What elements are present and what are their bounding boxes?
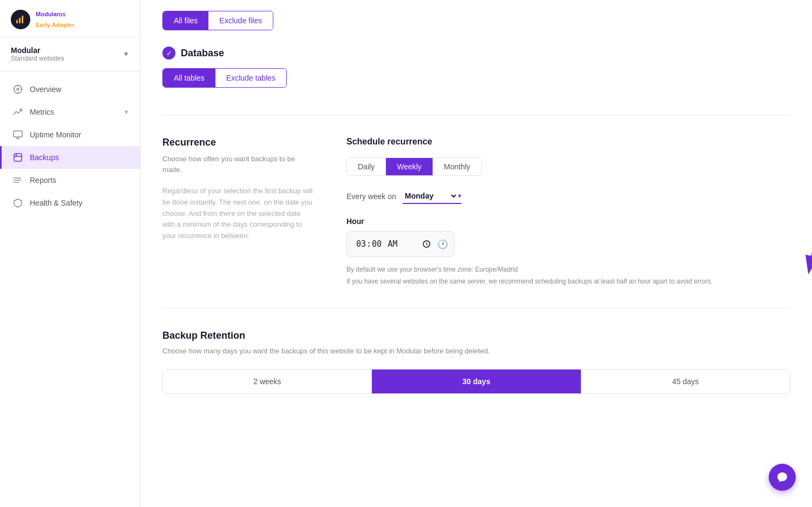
- tab-monthly[interactable]: Monthly: [433, 158, 481, 175]
- workspace-selector[interactable]: Modular Standard websites ▼: [0, 37, 140, 71]
- recurrence-section: Recurrence Choose how often you want bac…: [141, 115, 812, 308]
- svg-point-20: [14, 182, 15, 183]
- nav-menu: Overview Metrics ▼ Uptime Monitor: [0, 71, 140, 507]
- svg-point-4: [17, 88, 19, 90]
- backups-icon: [12, 152, 23, 163]
- recurrence-note: Regardless of your selection the first b…: [162, 186, 314, 242]
- svg-rect-2: [22, 16, 23, 23]
- retention-title: Backup Retention: [162, 330, 790, 341]
- sidebar-item-overview[interactable]: Overview: [0, 78, 140, 101]
- day-label: Every week on: [346, 192, 396, 201]
- retention-section: Backup Retention Choose how many days yo…: [141, 308, 812, 416]
- recurrence-left: Recurrence Choose how often you want bac…: [162, 137, 314, 286]
- sidebar: ModularDS Early Adopter Modular Standard…: [0, 0, 141, 507]
- svg-rect-0: [16, 20, 18, 23]
- recurrence-tab-group: Daily Weekly Monthly: [346, 157, 482, 176]
- svg-rect-12: [14, 154, 22, 161]
- sidebar-item-label-uptime: Uptime Monitor: [30, 130, 81, 139]
- logo-icon: [11, 10, 30, 29]
- tab-daily[interactable]: Daily: [347, 158, 386, 175]
- time-input-wrapper: 🕐: [346, 231, 455, 257]
- exclude-tables-button[interactable]: Exclude tables: [215, 69, 286, 87]
- retention-description: Choose how many days you want the backup…: [162, 346, 790, 357]
- sidebar-item-label-metrics: Metrics: [30, 108, 54, 116]
- exclude-files-button[interactable]: Exclude files: [208, 11, 273, 30]
- logo-sub: Early Adopter: [36, 22, 75, 28]
- day-select-wrapper[interactable]: Monday Tuesday Wednesday Thursday Friday…: [403, 189, 461, 204]
- all-tables-button[interactable]: All tables: [163, 69, 215, 87]
- shield-icon: [12, 197, 23, 208]
- timezone-note: By default we use your browser's time zo…: [346, 266, 790, 273]
- list-icon: [12, 175, 23, 186]
- svg-point-18: [14, 177, 15, 179]
- sidebar-item-label-backups: Backups: [30, 153, 59, 162]
- workspace-name: Modular: [11, 46, 64, 55]
- metrics-chevron-icon: ▼: [123, 109, 129, 115]
- retention-45days-button[interactable]: 45 days: [581, 370, 790, 393]
- sidebar-item-metrics[interactable]: Metrics ▼: [0, 101, 140, 123]
- day-select[interactable]: Monday Tuesday Wednesday Thursday Friday…: [403, 189, 458, 203]
- files-toggle-group: All files Exclude files: [162, 11, 273, 30]
- sidebar-item-label-reports: Reports: [30, 176, 56, 185]
- trend-icon: [12, 107, 23, 117]
- chat-button[interactable]: [769, 464, 796, 491]
- workspace-info: Modular Standard websites: [11, 46, 64, 62]
- recurrence-title: Recurrence: [162, 137, 314, 148]
- workspace-sub: Standard websites: [11, 55, 64, 62]
- logo-text: ModularDS Early Adopter: [36, 11, 75, 28]
- logo-brand: ModularDS: [36, 11, 75, 22]
- svg-rect-9: [14, 131, 22, 137]
- workspace-chevron-icon: ▼: [123, 50, 129, 58]
- files-section: All files Exclude files: [141, 0, 812, 30]
- sidebar-item-backups[interactable]: Backups: [0, 146, 140, 169]
- sidebar-item-reports[interactable]: Reports: [0, 169, 140, 192]
- svg-rect-1: [19, 18, 21, 23]
- sidebar-item-label-health: Health & Safety: [30, 199, 82, 207]
- main-content: All files Exclude files ✓ Database All t…: [141, 0, 812, 507]
- retention-options: 2 weeks 30 days 45 days: [162, 369, 790, 394]
- retention-2weeks-button[interactable]: 2 weeks: [163, 370, 372, 393]
- tab-weekly[interactable]: Weekly: [386, 158, 433, 175]
- database-toggle-group: All tables Exclude tables: [162, 68, 287, 88]
- svg-point-19: [14, 180, 15, 181]
- sidebar-item-label-overview: Overview: [30, 85, 61, 94]
- recurrence-right: Schedule recurrence Daily Weekly Monthly…: [346, 137, 790, 286]
- clock-icon: 🕐: [437, 239, 448, 249]
- database-check-icon: ✓: [162, 47, 175, 60]
- database-section: ✓ Database All tables Exclude tables: [141, 47, 812, 115]
- recurrence-description: Choose how often you want backups to be …: [162, 154, 314, 175]
- schedule-title: Schedule recurrence: [346, 137, 790, 147]
- sidebar-item-uptime[interactable]: Uptime Monitor: [0, 123, 140, 146]
- database-title: Database: [181, 48, 224, 59]
- circle-icon: [12, 84, 23, 95]
- day-chevron-icon: ▾: [458, 192, 461, 200]
- sidebar-item-health[interactable]: Health & Safety: [0, 192, 140, 214]
- retention-30days-button[interactable]: 30 days: [372, 370, 581, 393]
- timezone-recommendation: If you have several websites on the same…: [346, 276, 790, 286]
- hour-label: Hour: [346, 217, 790, 226]
- monitor-icon: [12, 129, 23, 140]
- logo-area: ModularDS Early Adopter: [0, 0, 140, 37]
- database-header: ✓ Database: [162, 47, 790, 60]
- all-files-button[interactable]: All files: [163, 11, 208, 30]
- day-selector: Every week on Monday Tuesday Wednesday T…: [346, 189, 790, 204]
